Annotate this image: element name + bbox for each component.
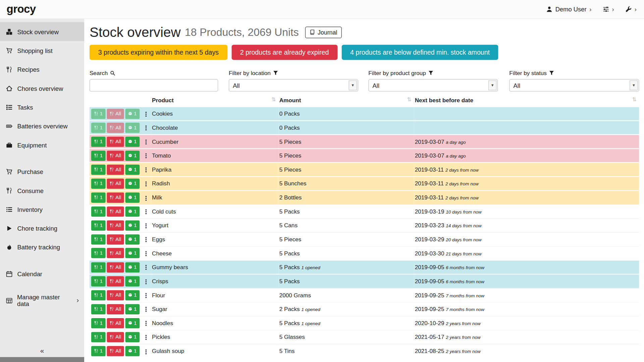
summary-badge-expiring[interactable]: 3 products expiring within the next 5 da… (90, 45, 227, 60)
consume-one-button[interactable]: 1 (91, 332, 106, 342)
consume-one-button[interactable]: 1 (91, 136, 106, 147)
user-menu[interactable]: Demo User › (546, 6, 592, 13)
consume-all-button[interactable]: All (107, 276, 124, 287)
date-column-header[interactable]: Next best before date ⇅ (414, 96, 639, 107)
open-one-button[interactable]: 1 (125, 332, 140, 342)
sidebar-item-consume[interactable]: Consume (0, 181, 84, 200)
row-menu-button[interactable]: ⋮ (143, 334, 149, 341)
row-menu-button[interactable]: ⋮ (143, 138, 149, 146)
consume-one-button[interactable]: 1 (91, 109, 106, 119)
consume-all-button[interactable]: All (107, 164, 124, 175)
row-menu-button[interactable]: ⋮ (143, 250, 149, 257)
consume-all-button[interactable]: All (107, 136, 124, 147)
row-menu-button[interactable]: ⋮ (143, 166, 149, 174)
sort-icon[interactable]: ⇅ (272, 97, 276, 103)
open-one-button[interactable]: 1 (125, 178, 140, 189)
consume-one-button[interactable]: 1 (91, 123, 106, 133)
consume-all-button[interactable]: All (107, 262, 124, 273)
open-one-button[interactable]: 1 (125, 248, 140, 258)
consume-all-button[interactable]: All (107, 206, 124, 217)
open-one-button[interactable]: 1 (125, 276, 140, 287)
row-menu-button[interactable]: ⋮ (143, 124, 149, 132)
sidebar-item-battery-tracking[interactable]: Battery tracking (0, 238, 84, 256)
open-one-button[interactable]: 1 (125, 262, 140, 273)
consume-one-button[interactable]: 1 (91, 248, 106, 258)
sidebar-item-chore-tracking[interactable]: Chore tracking (0, 219, 84, 238)
consume-all-button[interactable]: All (107, 346, 124, 356)
sidebar-item-equipment[interactable]: Equipment (0, 135, 84, 154)
admin-tools-menu[interactable]: › (626, 6, 637, 13)
open-one-button[interactable]: 1 (125, 150, 140, 161)
sort-icon[interactable]: ⇅ (632, 97, 637, 103)
sidebar-item-recipes[interactable]: Recipes (0, 60, 84, 79)
consume-one-button[interactable]: 1 (91, 164, 106, 175)
open-one-button[interactable]: 1 (125, 164, 140, 175)
consume-all-button[interactable]: All (107, 220, 124, 231)
consume-all-button[interactable]: All (107, 304, 124, 314)
row-menu-button[interactable]: ⋮ (143, 153, 149, 160)
search-input[interactable] (90, 79, 218, 92)
consume-all-button[interactable]: All (107, 109, 124, 119)
sidebar-item-shopping-list[interactable]: Shopping list (0, 41, 84, 60)
sidebar-item-manage-master-data[interactable]: Manage master data› (0, 291, 84, 310)
row-menu-button[interactable]: ⋮ (143, 111, 149, 118)
sidebar-item-calendar[interactable]: Calendar (0, 264, 84, 283)
consume-all-button[interactable]: All (107, 123, 124, 133)
sort-icon[interactable]: ⇅ (407, 97, 412, 103)
consume-all-button[interactable]: All (107, 234, 124, 245)
consume-all-button[interactable]: All (107, 192, 124, 203)
open-one-button[interactable]: 1 (125, 318, 140, 328)
consume-all-button[interactable]: All (107, 318, 124, 328)
row-menu-button[interactable]: ⋮ (143, 194, 149, 202)
summary-badge-expired[interactable]: 2 products are already expired (231, 45, 337, 60)
location-select[interactable]: All ▼ (229, 79, 358, 92)
settings-menu[interactable]: › (603, 6, 614, 13)
row-menu-button[interactable]: ⋮ (143, 180, 149, 188)
sidebar-item-inventory[interactable]: Inventory (0, 200, 84, 219)
consume-one-button[interactable]: 1 (91, 304, 106, 314)
open-one-button[interactable]: 1 (125, 304, 140, 314)
consume-one-button[interactable]: 1 (91, 276, 106, 287)
consume-one-button[interactable]: 1 (91, 192, 106, 203)
open-one-button[interactable]: 1 (125, 109, 140, 119)
consume-one-button[interactable]: 1 (91, 234, 106, 245)
row-menu-button[interactable]: ⋮ (143, 208, 149, 216)
consume-one-button[interactable]: 1 (91, 346, 106, 356)
open-one-button[interactable]: 1 (125, 290, 140, 300)
sidebar-item-tasks[interactable]: Tasks (0, 98, 84, 116)
row-menu-button[interactable]: ⋮ (143, 278, 149, 286)
row-menu-button[interactable]: ⋮ (143, 264, 149, 272)
row-menu-button[interactable]: ⋮ (143, 222, 149, 230)
consume-all-button[interactable]: All (107, 248, 124, 258)
sidebar-item-stock-overview[interactable]: Stock overview (0, 22, 84, 41)
consume-all-button[interactable]: All (107, 290, 124, 300)
open-one-button[interactable]: 1 (125, 346, 140, 356)
row-menu-button[interactable]: ⋮ (143, 292, 149, 299)
sidebar-item-chores-overview[interactable]: Chores overview (0, 79, 84, 98)
status-select[interactable]: All ▼ (509, 79, 639, 92)
consume-one-button[interactable]: 1 (91, 290, 106, 300)
consume-all-button[interactable]: All (107, 150, 124, 161)
product-column-header[interactable]: Product ⇅ (151, 96, 279, 107)
open-one-button[interactable]: 1 (125, 220, 140, 231)
app-logo[interactable]: grocy (7, 3, 36, 16)
sidebar-item-purchase[interactable]: Purchase (0, 162, 84, 181)
open-one-button[interactable]: 1 (125, 123, 140, 133)
sidebar-collapse-button[interactable]: « (0, 346, 84, 356)
row-menu-button[interactable]: ⋮ (143, 306, 149, 313)
consume-all-button[interactable]: All (107, 178, 124, 189)
open-one-button[interactable]: 1 (125, 234, 140, 245)
consume-one-button[interactable]: 1 (91, 220, 106, 231)
row-menu-button[interactable]: ⋮ (143, 348, 149, 355)
consume-all-button[interactable]: All (107, 332, 124, 342)
consume-one-button[interactable]: 1 (91, 262, 106, 273)
consume-one-button[interactable]: 1 (91, 178, 106, 189)
journal-button[interactable]: Journal (305, 26, 341, 38)
row-menu-button[interactable]: ⋮ (143, 236, 149, 243)
product-group-select[interactable]: All ▼ (368, 79, 498, 92)
amount-column-header[interactable]: Amount ⇅ (278, 96, 414, 107)
sidebar-item-batteries-overview[interactable]: Batteries overview (0, 117, 84, 135)
consume-one-button[interactable]: 1 (91, 150, 106, 161)
open-one-button[interactable]: 1 (125, 192, 140, 203)
consume-one-button[interactable]: 1 (91, 206, 106, 217)
